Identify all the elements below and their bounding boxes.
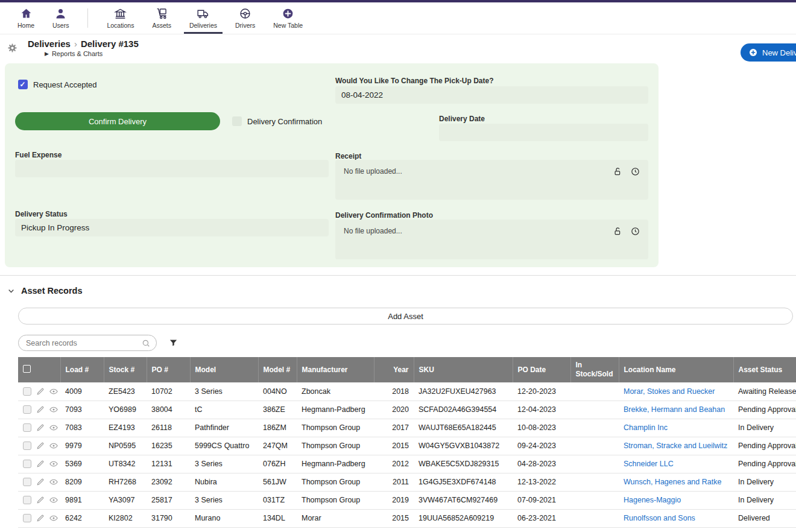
- cell-in_stock_sold: [570, 509, 619, 527]
- view-icon[interactable]: [49, 496, 58, 504]
- edit-icon[interactable]: [36, 496, 45, 504]
- edit-icon[interactable]: [36, 478, 45, 486]
- cell-year: 2015: [374, 437, 414, 455]
- column-header-po_date: PO Date: [513, 357, 570, 382]
- cell-location_name[interactable]: Morar, Stokes and Ruecker: [619, 382, 733, 401]
- breadcrumb-current: Delivery #135: [81, 39, 139, 49]
- view-icon[interactable]: [49, 387, 58, 396]
- cell-manufacturer: Thompson Group: [297, 419, 374, 437]
- view-icon[interactable]: [49, 423, 58, 432]
- nav-label: Drivers: [235, 22, 255, 29]
- delivery-status-label: Delivery Status: [15, 210, 68, 218]
- cell-in_stock_sold: [570, 473, 619, 491]
- request-accepted-checkbox[interactable]: [18, 80, 28, 89]
- cell-location_name[interactable]: Runolfsson and Sons: [619, 509, 733, 527]
- pickup-date-label: Would You Like To Change The Pick-Up Dat…: [335, 77, 493, 85]
- cell-location_name[interactable]: Brekke, Hermann and Beahan: [619, 401, 733, 419]
- nav-item-new-table[interactable]: New Table: [264, 2, 312, 34]
- cell-model: tC: [190, 401, 258, 419]
- cell-location_name[interactable]: Wunsch, Hagenes and Ratke: [619, 473, 733, 491]
- row-checkbox[interactable]: [23, 442, 31, 450]
- cell-manufacturer: Thompson Group: [297, 437, 374, 455]
- confirmation-photo-label: Delivery Confirmation Photo: [335, 211, 433, 220]
- delivery-confirmation-label: Delivery Confirmation: [247, 117, 322, 126]
- view-icon[interactable]: [49, 514, 58, 522]
- row-checkbox[interactable]: [23, 387, 31, 396]
- edit-icon[interactable]: [36, 442, 45, 450]
- settings-gear-icon[interactable]: [7, 43, 17, 55]
- cell-model: 5999CS Quattro: [190, 437, 258, 455]
- nav-item-locations[interactable]: Locations: [98, 2, 143, 34]
- edit-icon[interactable]: [36, 405, 45, 414]
- fuel-expense-input[interactable]: [15, 160, 329, 177]
- plus-circle-icon: [748, 48, 758, 57]
- request-accepted-row: Request Accepted: [18, 80, 97, 89]
- column-header-select: [18, 357, 60, 382]
- filter-funnel-icon[interactable]: [169, 338, 178, 347]
- cell-manufacturer: Hegmann-Padberg: [297, 401, 374, 419]
- cell-select: [18, 419, 60, 437]
- cell-location_name[interactable]: Stroman, Stracke and Lueilwitz: [619, 437, 733, 455]
- row-checkbox[interactable]: [23, 514, 31, 522]
- cell-asset_status: Delivered: [733, 509, 796, 527]
- cell-location_name[interactable]: Hagenes-Maggio: [619, 491, 733, 509]
- column-header-year: Year: [374, 357, 414, 382]
- cell-asset_status: Awaiting Release: [733, 382, 796, 401]
- search-input[interactable]: [26, 339, 142, 347]
- cell-model_no: 134DL: [258, 509, 297, 527]
- column-header-po: PO #: [147, 357, 190, 382]
- row-checkbox[interactable]: [23, 405, 31, 414]
- view-icon[interactable]: [49, 442, 58, 450]
- view-icon[interactable]: [49, 478, 58, 486]
- cell-asset_status: In Delivery: [733, 473, 796, 491]
- select-all-checkbox[interactable]: [23, 365, 31, 373]
- reports-charts-link[interactable]: ▶ Reports & Charts: [45, 50, 103, 57]
- view-icon[interactable]: [49, 460, 58, 468]
- nav-item-users[interactable]: Users: [43, 2, 78, 34]
- cell-model: 3 Series: [190, 491, 258, 509]
- nav-item-drivers[interactable]: Drivers: [226, 2, 264, 34]
- asset-records-header[interactable]: Asset Records: [7, 286, 796, 296]
- delivery-status-input[interactable]: [15, 219, 329, 236]
- cell-year: 2019: [374, 491, 414, 509]
- row-checkbox[interactable]: [23, 423, 31, 432]
- cell-select: [18, 455, 60, 473]
- delivery-confirmation-checkbox[interactable]: [232, 116, 242, 126]
- pickup-date-input[interactable]: [335, 86, 648, 104]
- cell-location_name[interactable]: Schneider LLC: [619, 455, 733, 473]
- receipt-file-box[interactable]: No file uploaded...: [335, 160, 648, 200]
- edit-icon[interactable]: [36, 387, 45, 396]
- row-checkbox[interactable]: [23, 478, 31, 486]
- row-checkbox[interactable]: [23, 496, 31, 504]
- cell-model: 3 Series: [190, 382, 258, 401]
- delivery-date-input[interactable]: [439, 124, 648, 141]
- assets-icon: [156, 7, 168, 20]
- breadcrumb-root[interactable]: Deliveries: [28, 39, 71, 49]
- add-asset-button[interactable]: Add Asset: [18, 308, 793, 325]
- table-row: 6242KI280231790Murano134DLMorar201519UUA…: [18, 509, 796, 527]
- lock-icon[interactable]: [613, 227, 622, 236]
- confirm-delivery-button[interactable]: Confirm Delivery: [15, 112, 220, 130]
- confirmation-photo-file-box[interactable]: No file uploaded...: [335, 220, 648, 259]
- history-clock-icon[interactable]: [631, 227, 640, 236]
- table-row: 5369UT8342121313 Series076ZHHegmann-Padb…: [18, 455, 796, 473]
- cell-po: 31790: [147, 509, 190, 527]
- cell-location_name[interactable]: Champlin Inc: [619, 419, 733, 437]
- cell-asset_status: In Delivery: [733, 419, 796, 437]
- view-icon[interactable]: [49, 405, 58, 414]
- nav-item-home[interactable]: Home: [8, 2, 43, 34]
- edit-icon[interactable]: [36, 514, 45, 522]
- cell-stock: UT8342: [104, 455, 147, 473]
- lock-icon[interactable]: [613, 167, 622, 176]
- cell-po: 12131: [147, 455, 190, 473]
- history-clock-icon[interactable]: [631, 167, 640, 176]
- cell-sku: 19UUA56852A609219: [414, 509, 513, 527]
- delivery-confirmation-row: Delivery Confirmation: [232, 116, 322, 126]
- nav-item-assets[interactable]: Assets: [143, 2, 180, 34]
- nav-item-deliveries[interactable]: Deliveries: [180, 2, 226, 34]
- row-checkbox[interactable]: [23, 460, 31, 468]
- edit-icon[interactable]: [36, 423, 45, 432]
- new-delivery-button[interactable]: New Delivery: [741, 43, 796, 62]
- cell-asset_status: In Delivery: [733, 491, 796, 509]
- edit-icon[interactable]: [36, 460, 45, 468]
